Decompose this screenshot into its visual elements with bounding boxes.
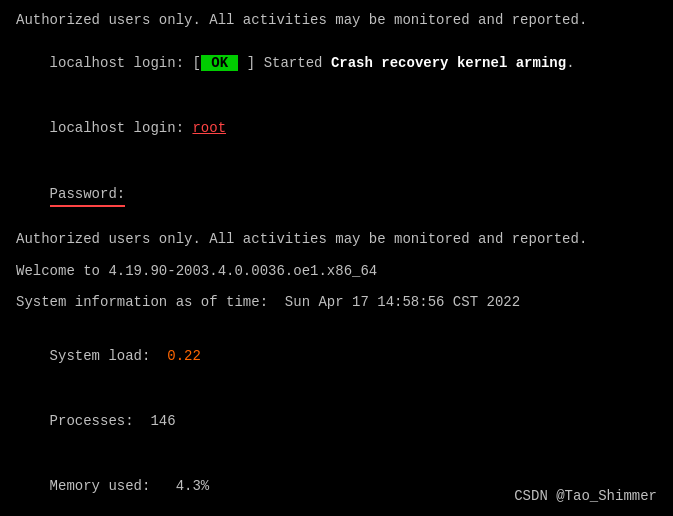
password-line: Password: (16, 162, 657, 229)
sysload-line: System load: 0.22 (16, 324, 657, 389)
password-label: Password: (50, 184, 126, 208)
processes-value: 146 (150, 413, 175, 429)
login-user-prefix: localhost login: (50, 120, 193, 136)
memory-label: Memory used: (50, 478, 151, 494)
welcome-line: Welcome to 4.19.90-2003.4.0.0036.oe1.x86… (16, 261, 657, 283)
crash-recovery-label: Crash recovery kernel arming (331, 55, 566, 71)
processes-label: Processes: (50, 413, 134, 429)
terminal-window: Authorized users only. All activities ma… (0, 0, 673, 516)
sysload-label: System load: (50, 348, 151, 364)
watermark: CSDN @Tao_Shimmer (514, 488, 657, 504)
sysload-value: 0.22 (167, 348, 201, 364)
login-started: ] Started (238, 55, 330, 71)
line2-end: . (566, 55, 574, 71)
login-user-line: localhost login: root (16, 97, 657, 162)
auth-line-2: Authorized users only. All activities ma… (16, 229, 657, 251)
memory-line: Memory used: 4.3% (16, 454, 657, 516)
memory-value: 4.3% (176, 478, 210, 494)
ok-badge: OK (201, 55, 239, 71)
processes-line: Processes: 146 (16, 389, 657, 454)
auth-line-1: Authorized users only. All activities ma… (16, 10, 657, 32)
login-prefix: localhost login: [ (50, 55, 201, 71)
login-line-ok: localhost login: [ OK ] Started Crash re… (16, 32, 657, 97)
username: root (192, 120, 226, 136)
sysinfo-time-line: System information as of time: Sun Apr 1… (16, 292, 657, 314)
